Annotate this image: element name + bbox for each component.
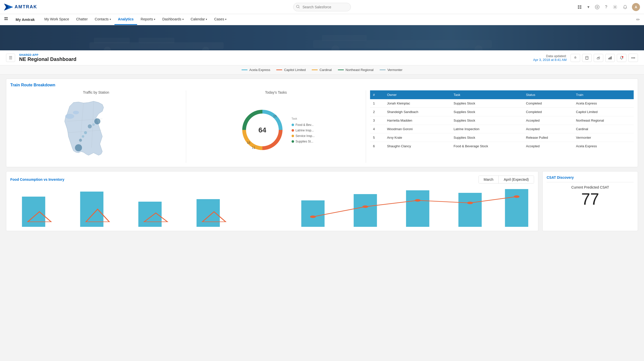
data-updated-value: Apr 3, 2018 at 8:41 AM — [533, 58, 567, 62]
tab-group: March April (Expected) — [478, 175, 534, 184]
task-legend-header: Task — [292, 117, 315, 120]
legend-acela: Acela Express — [242, 68, 270, 72]
svg-rect-14 — [5, 19, 6, 20]
favorites-icon-button[interactable] — [576, 4, 583, 10]
table-header-row: # Owner Task Status Train — [370, 90, 634, 99]
svg-line-3 — [299, 7, 300, 8]
svg-rect-52 — [196, 199, 220, 227]
grid-icon[interactable] — [4, 17, 9, 22]
settings-button[interactable] — [612, 4, 618, 10]
notifications-button[interactable] — [622, 4, 628, 10]
nav-item-analytics[interactable]: Analytics — [114, 14, 137, 25]
favorites-icon — [577, 5, 582, 9]
bookmark-button[interactable] — [582, 54, 592, 62]
svg-point-24 — [331, 45, 339, 50]
chevron-down-icon: ▾ — [182, 18, 184, 21]
top-navigation: AMTRAK ▾ ? — [0, 0, 644, 14]
svg-rect-7 — [580, 7, 581, 9]
cell-status: Accepted — [523, 116, 573, 125]
main-navigation: My Amtrak My Work Space Chatter Contacts… — [0, 14, 644, 25]
donut-dot-latrine — [292, 129, 294, 132]
nav-link-cases[interactable]: Cases ▾ — [211, 14, 230, 25]
nav-item-reports[interactable]: Reports ▾ — [137, 14, 159, 25]
cell-owner: Shandeigh Sandbach — [384, 108, 451, 116]
cell-task: Food & Beverage Stock — [451, 142, 523, 151]
cell-owner: Woodman Goroni — [384, 125, 451, 133]
svg-point-59 — [310, 215, 316, 218]
nav-item-contacts[interactable]: Contacts ▾ — [91, 14, 114, 25]
svg-point-25 — [474, 45, 482, 50]
legend-capitol: Capitol Limited — [276, 68, 306, 72]
nav-link-reports[interactable]: Reports ▾ — [137, 14, 159, 25]
donut-legend-food: Food & Bev... — [292, 123, 315, 127]
tab-march[interactable]: March — [479, 176, 499, 183]
header-actions: ••• — [571, 54, 638, 62]
nav-link-analytics[interactable]: Analytics — [114, 14, 137, 25]
add-button[interactable] — [594, 4, 600, 10]
share-button[interactable] — [594, 54, 603, 62]
nav-link-dashboards[interactable]: Dashboards ▾ — [159, 14, 187, 25]
cell-status: Accepted — [523, 125, 573, 133]
hero-image — [0, 25, 644, 50]
customize-button[interactable] — [571, 54, 580, 62]
amtrak-logo: AMTRAK — [4, 4, 37, 11]
svg-rect-19 — [139, 38, 174, 43]
col-num: # — [370, 90, 384, 99]
notification-button[interactable] — [617, 54, 626, 62]
legend-label-capitol: Capitol Limited — [284, 68, 306, 72]
menu-button[interactable]: ☰ — [6, 54, 15, 62]
map-container — [10, 97, 182, 163]
donut-dot-food — [292, 124, 294, 126]
food-title: Food Consumption vs Inventory — [10, 177, 64, 182]
nav-link-workspace[interactable]: My Work Space — [41, 14, 73, 25]
dropdown-button[interactable]: ▾ — [586, 4, 590, 10]
donut-label-latrine: Latrine Insp... — [296, 129, 314, 132]
svg-point-38 — [82, 135, 84, 138]
col-train: Train — [573, 90, 634, 99]
legend-color-cardinal — [312, 69, 318, 70]
dashboard-title: NE Regional Dashboard — [19, 56, 76, 62]
search-input[interactable] — [293, 3, 351, 11]
legend-label-cardinal: Cardinal — [319, 68, 332, 72]
shared-app-label: SHARED APP — [19, 53, 76, 56]
svg-rect-4 — [578, 5, 579, 7]
nav-item-cases[interactable]: Cases ▾ — [211, 14, 230, 25]
svg-rect-54 — [301, 200, 325, 227]
cell-task: Supplies Stock — [451, 108, 523, 116]
chevron-down-icon: ▾ — [154, 18, 155, 21]
avatar[interactable]: A — [632, 3, 640, 11]
svg-rect-23 — [322, 35, 367, 41]
cell-num: 5 — [370, 133, 384, 142]
map-svg — [10, 97, 182, 163]
svg-rect-58 — [505, 189, 528, 227]
cell-num: 3 — [370, 116, 384, 125]
edit-icon[interactable]: ✏ — [636, 17, 640, 22]
donut-label-food: Food & Bev... — [296, 123, 314, 127]
cell-num: 6 — [370, 142, 384, 151]
help-button[interactable]: ? — [604, 4, 608, 10]
cell-owner: Shaughn Clancy — [384, 142, 451, 151]
nav-item-calendar[interactable]: Calendar ▾ — [187, 14, 211, 25]
cell-task: Supplies Stock — [451, 133, 523, 142]
header-right: Data updated: Apr 3, 2018 at 8:41 AM — [533, 54, 638, 62]
dashboard-title-area: ☰ SHARED APP NE Regional Dashboard — [6, 53, 76, 62]
nav-item-dashboards[interactable]: Dashboards ▾ — [159, 14, 187, 25]
nav-link-contacts[interactable]: Contacts ▾ — [91, 14, 114, 25]
nav-item-chatter[interactable]: Chatter — [73, 14, 91, 25]
svg-point-2 — [297, 5, 299, 8]
cell-task: Supplies Stock — [451, 99, 523, 108]
nav-menu: My Work Space Chatter Contacts ▾ Analyti… — [41, 14, 230, 25]
nav-item-workspace[interactable]: My Work Space — [41, 14, 73, 25]
cell-train: Capitol Limited — [573, 108, 634, 116]
svg-rect-26 — [586, 56, 588, 59]
svg-point-41 — [92, 123, 95, 126]
csat-section: CSAT Discovery Current Predicted CSAT 77 — [542, 171, 638, 231]
nav-link-chatter[interactable]: Chatter — [73, 14, 91, 25]
chevron-down-icon: ▾ — [225, 18, 226, 21]
food-section: Food Consumption vs Inventory March Apri… — [6, 171, 538, 231]
chart-button[interactable] — [605, 54, 615, 62]
nav-link-calendar[interactable]: Calendar ▾ — [187, 14, 211, 25]
tab-april[interactable]: April (Expected) — [499, 176, 534, 183]
share-icon — [596, 56, 600, 60]
more-button[interactable]: ••• — [628, 54, 638, 62]
